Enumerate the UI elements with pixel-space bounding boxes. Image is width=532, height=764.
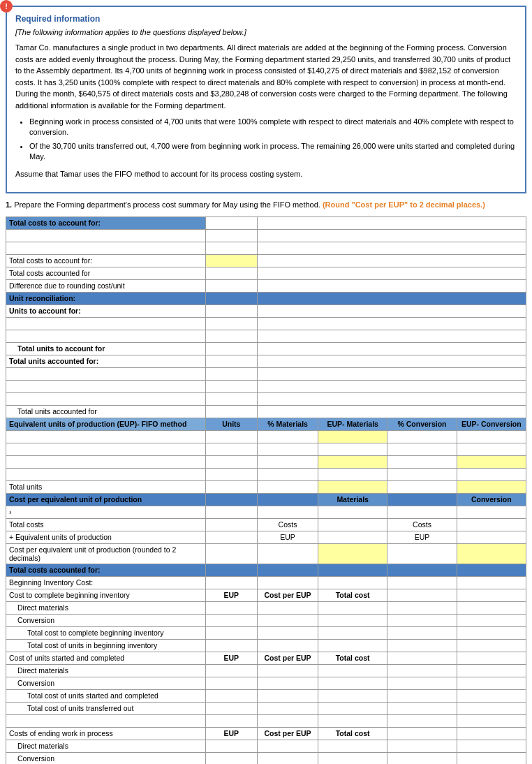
input-cost-eup-conv-rounded[interactable] (457, 543, 526, 564)
cell-blank[interactable] (457, 639, 526, 652)
cell-blank[interactable] (258, 702, 318, 714)
cell-blank[interactable] (387, 506, 457, 518)
cell-blank[interactable] (258, 367, 526, 380)
cell-blank[interactable] (258, 317, 526, 330)
input-dm2-total[interactable] (318, 664, 387, 677)
input-units-2[interactable] (205, 330, 258, 342)
cell-blank[interactable] (387, 589, 457, 601)
cell-blank[interactable] (387, 626, 457, 639)
input-eup-mat-2[interactable] (318, 443, 387, 455)
cell-blank[interactable] (258, 267, 526, 279)
input-conv3-cost-eup[interactable] (258, 752, 318, 764)
cell-blank[interactable] (387, 614, 457, 626)
cell-blank[interactable] (387, 664, 457, 677)
cell-blank[interactable] (205, 714, 258, 727)
cell-blank[interactable] (205, 639, 258, 652)
input-total-units-eup[interactable] (205, 480, 258, 493)
input-accounted[interactable] (205, 267, 258, 279)
input-costs-2b[interactable] (258, 242, 526, 254)
input-conv1-cost-eup[interactable] (258, 614, 318, 626)
cell-blank[interactable] (387, 714, 457, 727)
cell-blank[interactable] (258, 689, 318, 702)
input-cost-eup-mat-rounded[interactable] (318, 543, 387, 564)
input-eup-pctmat-2[interactable] (258, 443, 318, 455)
cell-blank[interactable] (387, 740, 457, 752)
input-dm2-eup[interactable] (205, 664, 258, 677)
cell-blank[interactable] (457, 614, 526, 626)
cell-blank[interactable] (387, 702, 457, 714)
input-eup-pctconv-4[interactable] (387, 468, 457, 480)
input-eup-pctconv-1[interactable] (387, 430, 457, 443)
input-conv2-eup[interactable] (205, 677, 258, 689)
input-conv3-eup[interactable] (205, 752, 258, 764)
cell-blank[interactable] (387, 639, 457, 652)
cell-blank[interactable] (457, 589, 526, 601)
input-eup-units-2[interactable] (205, 443, 258, 455)
cell-blank[interactable] (318, 576, 387, 589)
input-dm3-total[interactable] (318, 740, 387, 752)
cell-blank[interactable] (258, 405, 526, 418)
input-conv2-total[interactable] (318, 677, 387, 689)
cell-blank[interactable] (387, 601, 457, 614)
cell-blank[interactable] (457, 601, 526, 614)
input-costs-1b[interactable] (258, 229, 526, 242)
input-eup-mat-1[interactable] (318, 430, 387, 443)
total-costs-value[interactable] (205, 254, 258, 267)
input-conv3-total[interactable] (318, 752, 387, 764)
cell-blank[interactable] (258, 330, 526, 342)
cell-blank[interactable] (457, 752, 526, 764)
input-total-cost-started[interactable] (318, 689, 387, 702)
cell-blank[interactable] (205, 506, 258, 518)
cell-blank[interactable] (258, 543, 318, 564)
input-dm1-eup[interactable] (205, 601, 258, 614)
cell-blank[interactable] (205, 702, 258, 714)
cell-blank[interactable] (457, 714, 526, 727)
cell-blank[interactable] (387, 677, 457, 689)
input-costs-1a[interactable] (205, 229, 258, 242)
input-eup-conv-4[interactable] (457, 468, 526, 480)
cell-blank[interactable] (258, 342, 526, 355)
cell-blank[interactable] (457, 689, 526, 702)
input-eup-pctmat-3[interactable] (258, 455, 318, 468)
cell-blank[interactable] (205, 216, 258, 229)
cell-blank[interactable] (258, 626, 318, 639)
input-eup-pctconv-3[interactable] (387, 455, 457, 468)
cell-blank[interactable] (387, 652, 457, 664)
input-dm3-eup[interactable] (205, 740, 258, 752)
cell-blank[interactable] (387, 543, 457, 564)
cell-blank[interactable] (387, 480, 457, 493)
input-eup-conv-3[interactable] (457, 455, 526, 468)
input-difference[interactable] (205, 279, 258, 292)
input-total-units-accounted[interactable] (205, 405, 258, 418)
cell-blank[interactable] (205, 518, 258, 531)
cell-blank[interactable] (457, 576, 526, 589)
input-units-1[interactable] (205, 317, 258, 330)
input-conv2-cost-eup[interactable] (258, 677, 318, 689)
cell-blank[interactable] (258, 304, 526, 317)
input-units-acc-3[interactable] (205, 392, 258, 405)
cell-blank[interactable] (387, 752, 457, 764)
cell-blank[interactable] (457, 652, 526, 664)
cell-blank[interactable] (258, 355, 526, 367)
cell-blank[interactable] (457, 727, 526, 740)
input-costs-2a[interactable] (205, 242, 258, 254)
cell-blank[interactable] (205, 531, 258, 543)
cell-blank[interactable] (318, 506, 387, 518)
cell-blank[interactable] (258, 254, 526, 267)
cell-blank[interactable] (457, 626, 526, 639)
cell-blank[interactable] (258, 392, 526, 405)
input-eup-units-3[interactable] (205, 455, 258, 468)
input-conv1-total[interactable] (318, 614, 387, 626)
input-units-acc-2[interactable] (205, 380, 258, 392)
cell-blank[interactable] (457, 677, 526, 689)
cell-blank[interactable] (457, 702, 526, 714)
cell-blank[interactable] (387, 576, 457, 589)
cell-blank[interactable] (205, 689, 258, 702)
input-total-cost-complete-beg[interactable] (318, 626, 387, 639)
input-eup-pctmat-4[interactable] (258, 468, 318, 480)
cell-blank[interactable] (258, 380, 526, 392)
input-eup-pctmat-1[interactable] (258, 430, 318, 443)
cell-blank[interactable] (258, 506, 318, 518)
cell-blank[interactable] (387, 727, 457, 740)
cell-blank[interactable] (457, 740, 526, 752)
